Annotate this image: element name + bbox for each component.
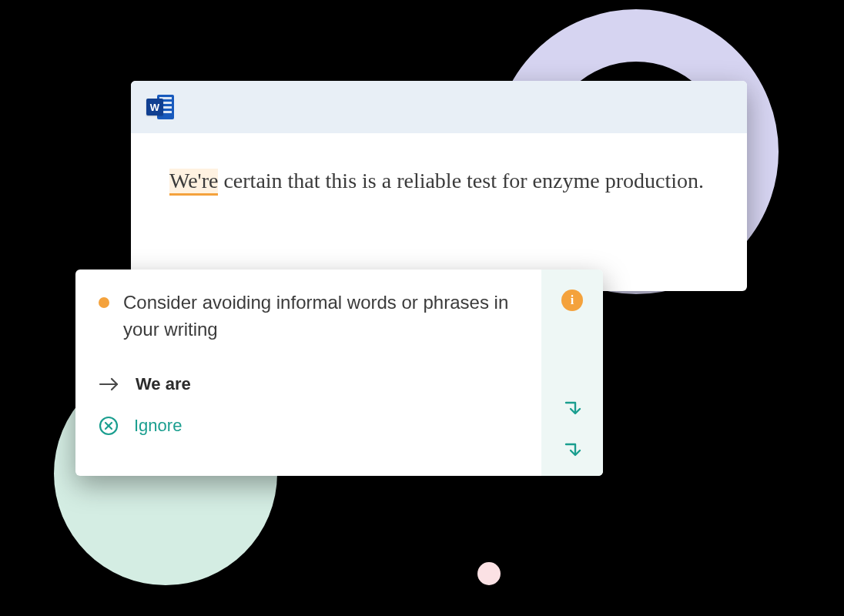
document-rest-text: certain that this is a reliable test for… [218, 169, 704, 192]
suggestion-title: Consider avoiding informal words or phra… [123, 290, 518, 343]
decorative-dot-pink [477, 562, 501, 585]
apply-down-icon[interactable] [562, 399, 582, 419]
flagged-word[interactable]: We're [169, 169, 218, 196]
suggestion-popup: Consider avoiding informal words or phra… [75, 270, 603, 476]
ignore-button[interactable]: Ignore [99, 405, 518, 447]
ignore-label: Ignore [134, 416, 182, 436]
replace-suggestion-button[interactable]: We are [99, 363, 518, 405]
document-card: W We're certain that this is a reliable … [131, 81, 747, 291]
arrow-right-icon [99, 377, 120, 392]
suggestion-main: Consider avoiding informal words or phra… [75, 270, 541, 476]
suggestion-sidebar: i [541, 270, 603, 476]
suggestion-header: Consider avoiding informal words or phra… [99, 290, 518, 343]
document-text[interactable]: We're certain that this is a reliable te… [169, 164, 708, 199]
document-header: W [131, 81, 747, 133]
document-body: We're certain that this is a reliable te… [131, 133, 747, 291]
info-icon: i [571, 293, 574, 307]
x-circle-icon [99, 416, 119, 436]
warning-dot-icon [99, 297, 109, 308]
info-button[interactable]: i [561, 290, 583, 311]
word-app-icon: W [146, 93, 174, 121]
apply-down-icon[interactable] [562, 440, 582, 460]
replacement-text: We are [136, 374, 191, 394]
